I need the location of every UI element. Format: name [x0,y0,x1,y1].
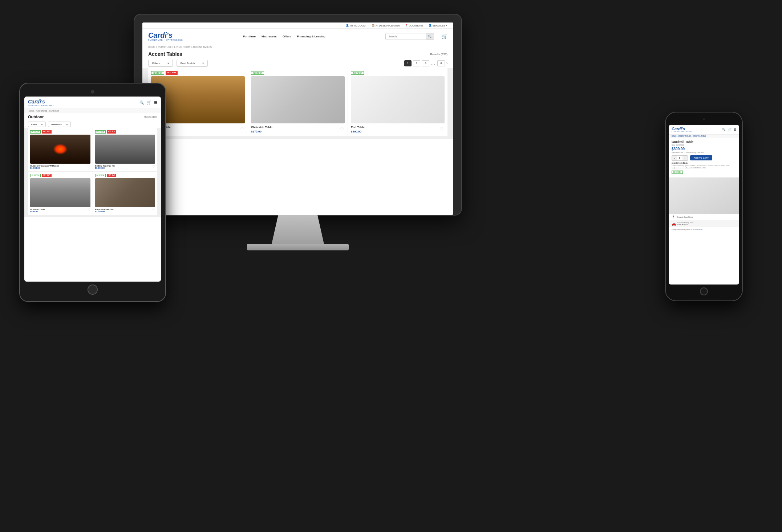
phone-store-pickup-label: Shown in these Stores [677,216,693,218]
phone-home-button[interactable] [700,287,708,295]
nav-offers[interactable]: Offers [283,35,291,38]
breadcrumb: HOME > FURNITURE > LIVING ROOM > ACCENT … [142,44,453,50]
phone-notch [693,118,715,123]
product-card-3[interactable]: IN STOCK End Table $300.00 ♡ [348,68,447,136]
phone-zip-code[interactable]: 04215 [698,229,702,230]
product-image-2 [251,76,345,123]
tablet-cart-icon[interactable]: 🛒 [147,101,151,105]
tablet-product-1[interactable]: IN STOCK HOT BUY Outdoor Fireplace W/Man… [28,128,93,171]
tablet-sort-dropdown[interactable]: Best Match ▾ [48,122,71,127]
tablet-hotbuy-4: HOT BUY [107,174,116,177]
products-grid: IN STOCK HOT BUY Cocktail Table $270.00 … [142,68,453,139]
hotbuy-badge-1: HOT BUY [166,71,178,75]
phone-product-title: Cocktail Table [672,140,736,144]
page-2[interactable]: 2 [413,60,420,66]
phone-logo-sub: FURNITURE • MATTRESSES [672,131,693,132]
cart-icon[interactable]: 🛒 [441,33,447,39]
product-badges-2: IN STOCK [251,71,345,75]
tablet-home-button[interactable] [88,285,98,295]
tablet-hotbuy-1: HOT BUY [42,130,51,134]
phone-qty-box: - 1 + [672,155,688,161]
wishlist-btn-2[interactable]: ♡ [340,127,344,132]
product-name-2: Chairside Table [251,126,345,129]
phone-logo-text: Cardi's [672,127,693,131]
my-account-link[interactable]: 👤 MY ACCOUNT [346,24,367,27]
services-link[interactable]: 👤 SERVICES ▾ [429,24,447,27]
tablet-menu-icon[interactable]: ☰ [154,101,157,105]
curbside-icon: 🚗 [672,222,676,226]
product-card-2[interactable]: IN STOCK Chairside Table $270.00 ♡ [248,68,348,136]
tablet-logo[interactable]: Cardi's FURNITURE • MATTRESSES [28,99,54,106]
search-input[interactable] [386,34,426,39]
logo-sub: FURNITURE • MATTRESSES [148,39,183,41]
tablet-icons: 🔍 🛒 ☰ [139,101,157,105]
wishlist-btn-1[interactable]: ♡ [240,127,244,132]
phone-menu-icon[interactable]: ☰ [734,128,736,131]
logo[interactable]: Cardi's FURNITURE • MATTRESSES [148,32,183,41]
phone-price: $399.99 [672,147,736,151]
phone-qty-row: - 1 + ADD TO CART [672,155,736,161]
monitor-bezel: 👤 MY ACCOUNT 🏠 RI DESIGN CENTER 📍 LOCATI… [134,15,461,215]
tablet-product-2[interactable]: IN STOCK HOT BUY Sliding Top Fire Pit $1… [93,128,158,171]
locations-link[interactable]: 📍 LOCATIONS [405,24,424,27]
tablet-search-icon[interactable]: 🔍 [139,101,144,105]
instock-badge-2: IN STOCK [251,71,264,75]
tablet-product-3[interactable]: IN STOCK HOT BUY Outdoor Table $899.00 ♡ [28,172,93,215]
fireplace-img [30,135,90,164]
tablet-product-img-2 [95,135,155,164]
nav-financing[interactable]: Financing & Leasing [297,35,325,38]
phone-icons: 🔍 🛒 ☰ [722,128,736,131]
tablet-wishlist-2[interactable]: ♡ [152,164,155,168]
phone-search-icon[interactable]: 🔍 [722,128,726,131]
tablet-wishlist-4[interactable]: ♡ [152,208,155,212]
rope-table-img [95,178,155,207]
tablet-filters-dropdown[interactable]: Filters ▾ [28,122,46,127]
phone-qty-value: 1 [677,156,682,160]
tablet-hotbuy-3: HOT BUY [42,174,51,177]
tablet-badges-3: IN STOCK HOT BUY [30,174,90,177]
tablet-wishlist-1[interactable]: ♡ [87,164,90,168]
phone-qty-minus[interactable]: - [672,156,677,160]
search-box: 🔍 [385,33,434,40]
tablet-product-price-4: $1,299.00 [95,210,155,213]
tablet-instock-1: IN STOCK [30,130,41,134]
tablet-screen: Cardi's FURNITURE • MATTRESSES 🔍 🛒 ☰ HOM… [24,97,161,282]
phone-additional-info: Additional financing options available -… [672,165,736,169]
wishlist-btn-3[interactable]: ♡ [440,127,444,132]
product-image-3 [351,76,445,123]
tablet-logo-sub: FURNITURE • MATTRESSES [28,105,54,106]
outdoor-table-img [30,178,90,207]
phone-financing: or $37.43/mo with 12-month financing. Le… [672,152,736,154]
desktop-monitor: 👤 MY ACCOUNT 🏠 RI DESIGN CENTER 📍 LOCATI… [134,15,461,250]
phone-availability: Availability: In Stock [672,162,736,164]
phone-header: Cardi's FURNITURE • MATTRESSES 🔍 🛒 ☰ [669,125,739,135]
page-8[interactable]: 8 [437,60,445,66]
sort-dropdown[interactable]: Best Match ▾ [177,60,208,67]
tablet-camera [91,90,94,94]
side-table-img [251,76,345,123]
phone-add-to-cart-button[interactable]: ADD TO CART [690,155,712,160]
tablet-instock-2: IN STOCK [95,130,106,134]
desktop-website: 👤 MY ACCOUNT 🏠 RI DESIGN CENTER 📍 LOCATI… [142,22,453,139]
phone-curbside-date: Friday, August 9 [677,224,693,225]
tablet-header: Cardi's FURNITURE • MATTRESSES 🔍 🛒 ☰ [24,97,161,109]
tablet-wishlist-3[interactable]: ♡ [87,208,90,212]
product-price-2: $270.00 [251,130,345,133]
page-1[interactable]: 1 [404,60,412,66]
tablet-logo-text: Cardi's [28,99,54,105]
phone-qty-plus[interactable]: + [682,156,688,160]
nav-mattresses[interactable]: Mattresses [262,35,277,38]
phone-cart-icon[interactable]: 🛒 [728,128,732,131]
filters-dropdown[interactable]: Filters ▾ [148,60,173,67]
phone-logo[interactable]: Cardi's FURNITURE • MATTRESSES [672,127,693,132]
tablet-instock-3: IN STOCK [30,174,41,177]
search-button[interactable]: 🔍 [426,33,434,40]
tablet-product-4[interactable]: IN STOCK HOT BUY Rope Outdoor Set $1,299… [93,172,158,215]
tablet-badges-2: IN STOCK HOT BUY [95,130,155,134]
page-title: Accent Tables [148,51,182,57]
nav-furniture[interactable]: Furniture [243,35,256,38]
page-3[interactable]: 3 [422,60,429,66]
ri-design-center-link[interactable]: 🏠 RI DESIGN CENTER [372,24,400,27]
product-badges-1: IN STOCK HOT BUY [151,71,245,75]
pagination-next[interactable]: › [446,61,447,65]
